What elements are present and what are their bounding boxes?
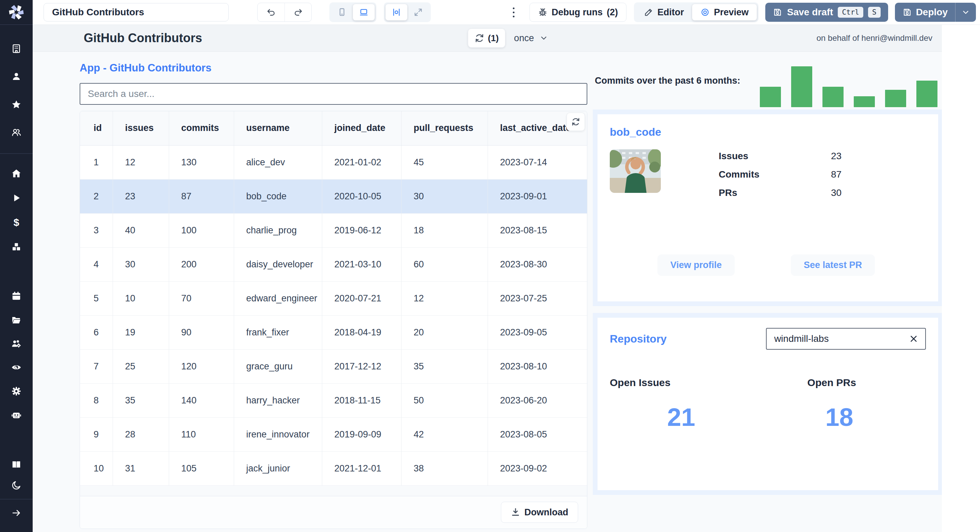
play-icon[interactable] — [0, 191, 33, 205]
table-empty-strip — [80, 486, 587, 496]
app-title-input[interactable] — [43, 3, 229, 21]
table-cell: 23 — [113, 179, 169, 213]
table-cell: 110 — [169, 418, 234, 451]
table-cell: 140 — [169, 383, 234, 418]
repository-input[interactable] — [766, 328, 926, 350]
schedule-dropdown[interactable]: once — [514, 33, 549, 43]
users-icon[interactable] — [0, 125, 33, 140]
table-cell: 2021-03-10 — [322, 247, 401, 281]
fullscreen-button[interactable] — [407, 4, 429, 21]
table-row[interactable]: 340100charlie_prog2019-06-12182023-08-15 — [80, 213, 587, 247]
table-row[interactable]: 22387bob_code2020-10-05302023-09-01 — [80, 179, 587, 213]
column-header[interactable]: commits — [169, 111, 234, 145]
deploy-button[interactable]: Deploy — [895, 3, 976, 22]
table-cell: 2023-08-10 — [488, 349, 587, 383]
undo-icon — [266, 8, 276, 17]
undo-button[interactable] — [258, 3, 285, 21]
preview-tab[interactable]: Preview — [692, 4, 757, 21]
arrow-right-icon[interactable] — [0, 505, 33, 521]
moon-icon[interactable] — [0, 478, 33, 493]
table-cell: 12 — [113, 145, 169, 179]
app-refresh-button[interactable]: (1) — [468, 29, 505, 48]
users-gear-icon[interactable] — [0, 336, 33, 351]
folder-icon[interactable] — [0, 312, 33, 327]
home-icon[interactable] — [0, 166, 33, 181]
book-icon[interactable] — [0, 457, 33, 472]
app-header: GitHub Contributors (1) once on beh — [33, 25, 942, 52]
clear-input-button[interactable] — [907, 333, 920, 345]
gear-icon[interactable] — [0, 384, 33, 399]
chart-bars — [745, 52, 942, 110]
star-icon[interactable] — [0, 97, 33, 112]
table-cell: 87 — [169, 179, 234, 213]
chevron-down-icon — [539, 34, 548, 43]
windmill-logo[interactable] — [0, 0, 33, 25]
table-row[interactable]: 430200daisy_developer2021-03-10602023-08… — [80, 247, 587, 281]
deploy-options-button[interactable] — [955, 3, 976, 22]
column-header[interactable]: id — [80, 111, 113, 145]
column-header[interactable]: username — [234, 111, 322, 145]
save-draft-button[interactable]: Save draft Ctrl S — [765, 3, 888, 22]
stat-label: Issues — [719, 151, 831, 162]
table-cell: 7 — [80, 349, 113, 383]
column-header[interactable]: pull_requests — [401, 111, 488, 145]
see-latest-pr-button[interactable]: See latest PR — [791, 254, 875, 276]
dollar-icon[interactable]: $ — [0, 215, 33, 230]
building-icon[interactable] — [0, 41, 33, 56]
search-input[interactable] — [80, 83, 587, 105]
desktop-view-button[interactable] — [353, 4, 375, 21]
table-cell: frank_fixer — [234, 315, 322, 349]
mobile-view-button[interactable] — [331, 4, 353, 21]
column-header[interactable]: joined_date — [322, 111, 401, 145]
table-row[interactable]: 835140harry_hacker2018-11-15502023-06-20 — [80, 383, 587, 418]
top-toolbar: Debug runs (2) Editor Preview — [33, 0, 980, 25]
table-cell: 2023-08-15 — [488, 213, 587, 247]
centered-layout-button[interactable] — [385, 4, 407, 21]
editor-label: Editor — [657, 7, 684, 18]
table-row[interactable]: 112130alice_dev2021-01-02452023-07-14 — [80, 145, 587, 179]
eye-icon[interactable] — [0, 360, 33, 375]
table-cell: 30 — [401, 179, 488, 213]
table-cell: 20 — [401, 315, 488, 349]
stat-row: PRs 30 — [719, 187, 842, 198]
debug-runs-button[interactable]: Debug runs (2) — [530, 3, 627, 22]
windmill-logo-icon — [8, 3, 25, 21]
column-header[interactable]: issues — [113, 111, 169, 145]
table-cell: 2023-07-25 — [488, 281, 587, 315]
table-row[interactable]: 61990frank_fixer2018-04-19202023-09-05 — [80, 315, 587, 349]
table-cell: grace_guru — [234, 349, 322, 383]
more-menu-button[interactable] — [509, 8, 518, 17]
robot-icon[interactable] — [0, 408, 33, 422]
stat-value: 23 — [831, 151, 842, 162]
table-row[interactable]: 725120grace_guru2017-12-12352023-08-10 — [80, 349, 587, 383]
view-profile-button[interactable]: View profile — [657, 254, 735, 276]
download-button[interactable]: Download — [501, 502, 578, 523]
kbd-ctrl: Ctrl — [838, 7, 863, 18]
commit-bar — [822, 87, 843, 107]
redo-button[interactable] — [285, 3, 311, 21]
table-cell: 40 — [113, 213, 169, 247]
refresh-count: (1) — [488, 33, 499, 43]
table-cell: 8 — [80, 383, 113, 418]
table-cell: 2020-07-21 — [322, 281, 401, 315]
table-row[interactable]: 928110irene_innovator2019-09-09422023-08… — [80, 418, 587, 451]
undo-redo-group — [257, 3, 312, 22]
user-icon[interactable] — [0, 69, 33, 84]
table-row[interactable]: 51070edward_engineer2020-07-21122023-07-… — [80, 281, 587, 315]
open-prs-value: 18 — [768, 403, 911, 432]
stat-label: PRs — [719, 187, 831, 198]
stat-label: Commits — [719, 169, 831, 180]
cubes-icon[interactable] — [0, 240, 33, 254]
table-cell: 6 — [80, 315, 113, 349]
table-cell: 2020-10-05 — [322, 179, 401, 213]
calendar-icon[interactable] — [0, 289, 33, 303]
table-row[interactable]: 1031105jack_junior2021-12-01382023-09-02 — [80, 451, 587, 485]
editor-tab[interactable]: Editor — [636, 4, 692, 21]
deploy-label: Deploy — [916, 7, 948, 18]
table-cell: 2023-08-05 — [488, 418, 587, 451]
open-issues-value: 21 — [610, 403, 753, 432]
table-cell: 3 — [80, 213, 113, 247]
table-cell: 2021-01-02 — [322, 145, 401, 179]
table-refresh-button[interactable] — [566, 113, 585, 131]
table-header-row: idissuescommitsusernamejoined_datepull_r… — [80, 111, 587, 145]
